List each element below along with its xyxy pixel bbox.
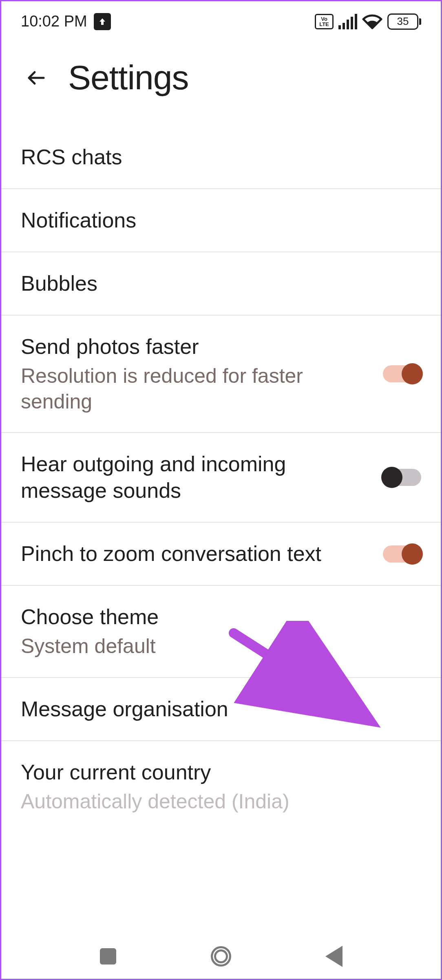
item-title: Notifications xyxy=(21,207,409,234)
triangle-icon xyxy=(325,946,343,967)
item-title: Send photos faster xyxy=(21,333,371,360)
svg-rect-1 xyxy=(343,23,345,29)
wifi-icon xyxy=(362,13,382,30)
arrow-left-icon xyxy=(25,66,48,89)
svg-rect-4 xyxy=(355,14,357,29)
toggle-message-sounds[interactable] xyxy=(383,469,421,486)
settings-list: RCS chats Notifications Bubbles Send pho… xyxy=(1,126,441,832)
settings-item-choose-theme[interactable]: Choose theme System default xyxy=(1,586,441,678)
circle-icon xyxy=(211,946,231,967)
status-time: 10:02 PM xyxy=(21,13,87,30)
volte-icon: VoLTE xyxy=(315,14,334,29)
nav-back-button[interactable] xyxy=(320,942,348,971)
settings-item-notifications[interactable]: Notifications xyxy=(1,189,441,252)
back-button[interactable] xyxy=(24,66,49,90)
item-title: Choose theme xyxy=(21,604,409,630)
settings-item-bubbles[interactable]: Bubbles xyxy=(1,252,441,316)
settings-item-pinch-zoom[interactable]: Pinch to zoom conversation text xyxy=(1,523,441,586)
item-title: RCS chats xyxy=(21,144,409,170)
toggle-pinch-zoom[interactable] xyxy=(383,545,421,563)
item-title: Bubbles xyxy=(21,270,409,297)
settings-item-message-organisation[interactable]: Message organisation xyxy=(1,678,441,741)
page-title: Settings xyxy=(68,58,189,97)
square-icon xyxy=(100,948,116,965)
settings-item-send-photos-faster[interactable]: Send photos faster Resolution is reduced… xyxy=(1,316,441,433)
item-title: Your current country xyxy=(21,759,409,786)
nav-home-button[interactable] xyxy=(207,942,235,971)
upload-indicator-icon xyxy=(94,13,111,30)
item-desc: System default xyxy=(21,633,409,659)
navigation-bar xyxy=(2,934,440,979)
battery-icon: 35 xyxy=(387,13,421,30)
svg-rect-3 xyxy=(351,17,353,29)
nav-recents-button[interactable] xyxy=(94,942,122,971)
item-title: Message organisation xyxy=(21,696,409,722)
settings-item-rcs-chats[interactable]: RCS chats xyxy=(1,126,441,189)
item-title: Pinch to zoom conversation text xyxy=(21,541,371,567)
signal-icon xyxy=(338,14,357,29)
item-desc: Resolution is reduced for faster sending xyxy=(21,363,371,414)
item-title: Hear outgoing and incoming message sound… xyxy=(21,451,371,504)
status-bar-left: 10:02 PM xyxy=(21,13,111,30)
svg-rect-2 xyxy=(347,20,349,29)
svg-rect-0 xyxy=(338,25,341,29)
battery-level: 35 xyxy=(397,15,409,28)
toggle-send-photos-faster[interactable] xyxy=(383,365,421,382)
settings-item-current-country[interactable]: Your current country Automatically detec… xyxy=(1,741,441,832)
status-bar-right: VoLTE 35 xyxy=(315,13,421,30)
settings-item-message-sounds[interactable]: Hear outgoing and incoming message sound… xyxy=(1,433,441,523)
app-header: Settings xyxy=(1,38,441,126)
item-desc: Automatically detected (India) xyxy=(21,789,409,814)
status-bar: 10:02 PM VoLTE 35 xyxy=(1,1,441,38)
